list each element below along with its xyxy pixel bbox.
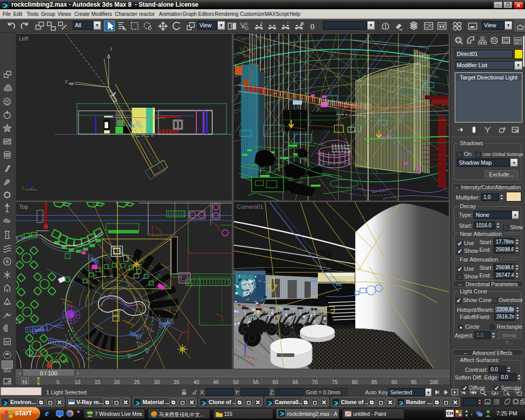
svg-text:35: 35: [173, 379, 179, 385]
svg-text:100: 100: [430, 379, 438, 385]
svg-text:y: y: [65, 78, 68, 84]
svg-text:85: 85: [371, 379, 377, 385]
svg-text:3: 3: [260, 22, 262, 25]
svg-text:75: 75: [332, 379, 338, 385]
svg-text:90: 90: [391, 379, 397, 385]
svg-text:x: x: [255, 357, 257, 362]
svg-text:70: 70: [312, 379, 318, 385]
svg-text:y: y: [22, 185, 24, 190]
svg-text:15: 15: [94, 379, 100, 385]
svg-text:x: x: [23, 347, 25, 352]
svg-text:45: 45: [213, 379, 219, 385]
svg-text:55: 55: [253, 379, 259, 385]
svg-text:{}: {}: [310, 23, 315, 29]
svg-text:65: 65: [292, 379, 298, 385]
svg-text:Camera01: Camera01: [237, 204, 263, 210]
svg-text:z: z: [246, 340, 248, 345]
svg-text:5: 5: [56, 379, 59, 385]
svg-text:*: *: [287, 22, 289, 25]
svg-text:40: 40: [193, 379, 199, 385]
svg-text:M: M: [5, 339, 9, 345]
svg-text:50: 50: [233, 379, 239, 385]
svg-text:30: 30: [154, 379, 160, 385]
svg-text:80: 80: [352, 379, 358, 385]
svg-text:95: 95: [411, 379, 417, 385]
svg-text:25: 25: [134, 379, 140, 385]
svg-text:Camera02: Camera02: [237, 35, 263, 42]
svg-text:10: 10: [74, 379, 80, 385]
svg-text:60: 60: [272, 379, 278, 385]
svg-text:▩: ▩: [300, 22, 304, 25]
svg-text:z: z: [110, 46, 113, 51]
svg-text:20: 20: [114, 379, 120, 385]
